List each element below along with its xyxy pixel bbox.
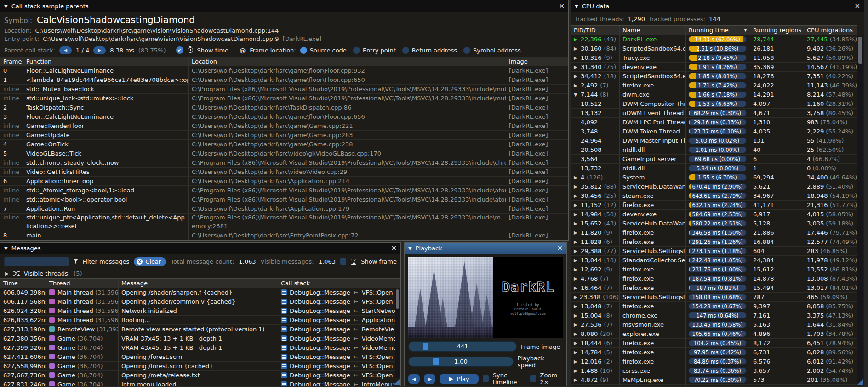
- cpu-process-row[interactable]: 13,132uDWM Event Thread68.29 ms (0.30%)4…: [571, 109, 857, 118]
- cpu-process-row[interactable]: ▶23,348(106)ServiceHub.SettingsHost158.0…: [571, 293, 857, 302]
- collapse-icon[interactable]: ▼: [4, 246, 8, 251]
- cpu-process-row[interactable]: ▼7,144(8)dwm.exe1.66 s (7.18%)14,2918,21…: [571, 90, 857, 99]
- expand-process-icon[interactable]: ▶: [574, 247, 578, 255]
- message-row[interactable]: 606,049,398nsMain thread (31,596)Opening…: [0, 288, 400, 297]
- column-header-pid-tid[interactable]: PID/TID: [571, 26, 620, 35]
- cpu-process-row[interactable]: ▶10,316(9)Tracy.exe2.18 s (9.45%)11,0585…: [571, 53, 857, 63]
- callstack-frame-row[interactable]: 4Game::OnTickC:\Users\wolf\Desktop\darkr…: [0, 140, 568, 149]
- expand-process-icon[interactable]: ▶: [574, 237, 578, 246]
- cpu-process-row[interactable]: ▶30,160(84)ScriptedSandbox64.exe2.51 s (…: [571, 44, 857, 53]
- filter-input[interactable]: [4, 257, 69, 266]
- collapse-icon[interactable]: ▼: [4, 4, 8, 9]
- column-header-location[interactable]: Location: [189, 57, 506, 66]
- radio-icon[interactable]: [402, 47, 409, 54]
- expand-process-icon[interactable]: ▶: [574, 385, 578, 386]
- expand-threads-icon[interactable]: ▶: [5, 271, 9, 276]
- cpu-process-row[interactable]: 3,564GameInput server69.68 us (0.00%)64 …: [571, 155, 857, 164]
- column-header-name[interactable]: Name: [620, 26, 686, 35]
- expand-process-icon[interactable]: ▶: [574, 44, 578, 53]
- cpu-process-row[interactable]: ▶29,388(77)ServiceHub.SettingsHost273.15…: [571, 247, 857, 256]
- expand-process-icon[interactable]: ▶: [574, 182, 578, 191]
- message-row[interactable]: 627,831,246nsGame (36,704)Intro menu loa…: [0, 380, 400, 386]
- cpu-process-row[interactable]: ▶16,464(7)firefox.exe187 ms (0.81%)15,49…: [571, 283, 857, 293]
- callstack-icon[interactable]: [281, 381, 287, 386]
- message-callstack[interactable]: DebugLog::Message←VFS::Open: [278, 297, 400, 306]
- message-row[interactable]: 627,667,736nsGame (36,704)Opening /meta/…: [0, 371, 400, 380]
- callstack-frame-row[interactable]: inlineGame::RenderFloorC:\Users\wolf\Des…: [0, 121, 568, 131]
- cpu-process-row[interactable]: ▶11,828(6)firefox.exe291.26 ms (1.26%)16…: [571, 237, 857, 247]
- expand-process-icon[interactable]: ▶: [574, 366, 578, 375]
- cpu-process-row[interactable]: ▶12,692(9)firefox.exe231.76 ms (1.00%)15…: [571, 265, 857, 274]
- column-header-call-stack[interactable]: Call stack: [278, 279, 400, 288]
- visible-threads-row[interactable]: ▶ Visible threads: (5): [0, 268, 400, 278]
- callstack-frame-row[interactable]: 0Floor::CalcLightNoLuminanceC:\Users\wol…: [0, 66, 568, 75]
- expand-process-icon[interactable]: ▶: [574, 302, 578, 311]
- message-callstack[interactable]: DebugLog::Message←VFS::Open: [278, 371, 400, 380]
- cpu-process-row[interactable]: ▶4,768(7)firefox.exe187.54 ms (0.81%)14,…: [571, 274, 857, 283]
- message-row[interactable]: 626,833,622nsMain thread (31,596)Booting…: [0, 316, 400, 325]
- expand-process-icon[interactable]: ▶: [574, 357, 578, 366]
- expand-process-icon[interactable]: ▶: [574, 265, 578, 274]
- radio-icon[interactable]: [463, 47, 470, 54]
- message-row[interactable]: 627,313,190nsRemoteView (31,392)Remote v…: [0, 325, 400, 334]
- callstack-icon[interactable]: [281, 317, 287, 323]
- expand-process-icon[interactable]: ▶: [574, 274, 578, 283]
- cpu-process-row[interactable]: 3,748DWM Token Thread23.37 ms (0.10%)4,0…: [571, 127, 857, 136]
- callstack-frame-row[interactable]: inlinestd::chrono::steady_clock::nowC:\P…: [0, 158, 568, 168]
- callstack-icon[interactable]: [281, 363, 287, 369]
- collapse-icon[interactable]: ▼: [575, 4, 578, 9]
- message-row[interactable]: 606,117,568nsMain thread (31,596)Opening…: [0, 297, 400, 306]
- cpu-process-row[interactable]: ▶30,456(25)steam.exe643.61 ms (2.79%)34,…: [571, 191, 857, 201]
- show-frame-checkbox[interactable]: [340, 258, 346, 265]
- expand-process-icon[interactable]: ▶: [574, 283, 578, 292]
- callstack-icon[interactable]: [281, 289, 287, 295]
- expand-process-icon[interactable]: ▶: [574, 375, 578, 384]
- callstack-icon[interactable]: [281, 308, 287, 314]
- expand-process-icon[interactable]: ▶: [574, 81, 578, 90]
- callstack-frame-row[interactable]: inlineGame::UpdateC:\Users\wolf\Desktop\…: [0, 131, 568, 140]
- cpu-process-row[interactable]: 20,508ntdll.dll1.01 ms (0.00%)4025 (62.5…: [571, 145, 857, 155]
- callstack-frame-row[interactable]: inlinestd::unique_lock<std::mutex>::lock…: [0, 94, 568, 103]
- cpu-process-row[interactable]: ▶2,492(7)firefox.exe1.71 s (7.42%)24,022…: [571, 81, 857, 90]
- callstack-frame-row[interactable]: 2TaskDispatch::SyncC:\Users\wolf\Desktop…: [0, 103, 568, 112]
- message-row[interactable]: 627,411,606nsGame (36,704)Opening /fores…: [0, 352, 400, 362]
- callstack-icon[interactable]: [281, 335, 287, 341]
- collapse-icon[interactable]: ▼: [408, 246, 412, 251]
- play-button[interactable]: ▶ Play: [440, 374, 478, 384]
- message-callstack[interactable]: DebugLog::Message←VideoMemo: [278, 334, 400, 343]
- column-header-thread[interactable]: Thread: [46, 279, 119, 288]
- message-row[interactable]: 626,024,328nsMain thread (31,596)Network…: [0, 306, 400, 316]
- callstack-frame-row[interactable]: inlinestd::atomic<bool>::operator boolC:…: [0, 195, 568, 204]
- cpu-process-row[interactable]: ▶13,044(10)StandardCollector.Service242.…: [571, 256, 857, 265]
- expand-process-icon[interactable]: ▶: [574, 35, 578, 44]
- message-callstack[interactable]: DebugLog::Message←StartNetwo: [278, 306, 400, 315]
- callstack-frame-row[interactable]: inlinestd::unique_ptr<Application,std::d…: [0, 214, 568, 231]
- radio-icon[interactable]: [300, 47, 307, 54]
- message-callstack[interactable]: DebugLog::Message←VFS::Open: [278, 362, 400, 370]
- cpu-process-row[interactable]: ▶8,080(20)explorer.exe105.66 ms (0.46%)4…: [571, 329, 857, 339]
- cpu-process-row[interactable]: ▶18,444(6)firefox.exe104.2 ms (0.45%)8,1…: [571, 339, 857, 348]
- callstack-icon[interactable]: [281, 354, 287, 360]
- cpu-process-row[interactable]: ▶34,412(18)ScriptedSandbox64.exe1.85 s (…: [571, 72, 857, 81]
- resize-grip[interactable]: [394, 379, 400, 385]
- callstack-frame-row[interactable]: inlinestd::_Mutex_base::lockC:\Program F…: [0, 85, 568, 94]
- callstack-icon[interactable]: [281, 299, 287, 305]
- cpu-process-row[interactable]: ▶14,784(5)firefox.exe97.95 ms (0.42%)6,7…: [571, 348, 857, 357]
- close-icon[interactable]: ×: [559, 3, 565, 10]
- callstack-frame-row[interactable]: 5VideoGLBase::TickC:\Users\wolf\Desktop\…: [0, 149, 568, 158]
- frame-image-slider[interactable]: 441: [408, 341, 517, 352]
- expand-process-icon[interactable]: ▶: [574, 201, 578, 209]
- cpu-process-row[interactable]: 4,092DWM LPC Port Thread29.16 ms (0.13%)…: [571, 118, 857, 127]
- expand-process-icon[interactable]: ▶: [574, 191, 578, 200]
- zoom-2x-checkbox[interactable]: [530, 375, 536, 382]
- cpu-scrollbar-thumb[interactable]: [858, 37, 862, 64]
- callstack-frame-row[interactable]: 6Application::InnerLoopC:\Users\wolf\Des…: [0, 177, 568, 186]
- message-row[interactable]: 627,380,356nsGame (36,704)VRAM 37x45: 13…: [0, 334, 400, 343]
- column-header-cpu-migrations[interactable]: CPU migrations: [804, 26, 857, 35]
- show-time-checkbox[interactable]: ✔: [176, 46, 183, 54]
- expand-process-icon[interactable]: ▶: [574, 348, 578, 357]
- column-header-time[interactable]: Time: [0, 279, 46, 288]
- frame-location-radio-source-code[interactable]: Source code: [300, 47, 347, 54]
- expand-process-icon[interactable]: ▶: [574, 339, 578, 347]
- callstack-icon[interactable]: [281, 372, 287, 378]
